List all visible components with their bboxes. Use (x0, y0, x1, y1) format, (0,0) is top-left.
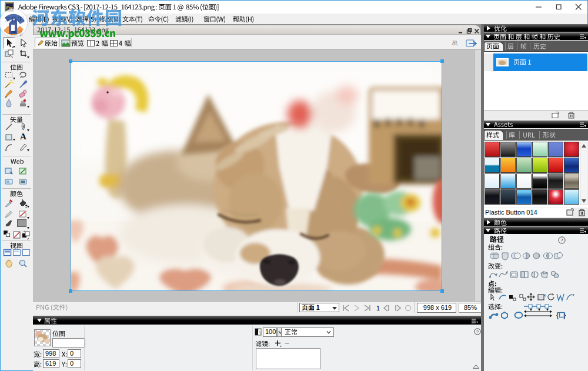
svg-text:1: 1 (376, 305, 380, 312)
svg-text:8t.: 8t. (452, 40, 459, 46)
svg-text:?: ? (561, 238, 563, 243)
svg-text:}: } (563, 310, 566, 319)
svg-text:?: ? (476, 329, 479, 335)
svg-text:A: A (20, 132, 26, 141)
svg-text:{: { (556, 310, 559, 319)
